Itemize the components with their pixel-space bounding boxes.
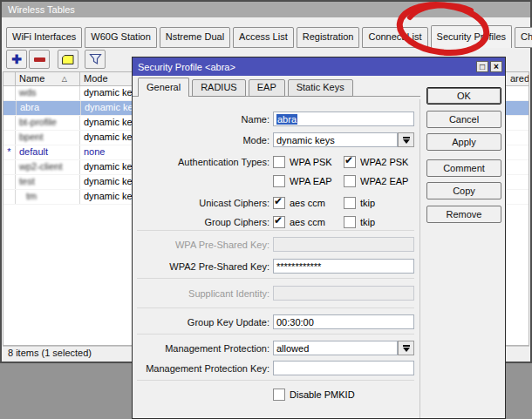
name-input[interactable]: abra [273,112,414,126]
unicast-ciphers-label: Unicast Ciphers: [140,198,273,208]
mode-dropdown-button[interactable] [398,132,414,147]
name-label: Name: [140,114,273,125]
auth-types-row-2: WPA EAP WPA2 EAP [140,172,414,189]
mode-select[interactable]: dynamic keys [273,132,398,147]
security-profile-dialog: Security Profile <abra> □ × General RADI… [132,57,506,419]
minus-icon [34,57,45,62]
tab-wifi-interfaces[interactable]: WiFi Interfaces [6,27,82,48]
management-protection-key-input[interactable] [273,361,414,375]
auth-types-row-1: Authentication Types: WPA PSK WPA2 PSK [140,153,414,170]
apply-button[interactable]: Apply [426,133,501,151]
supplicant-identity-row: Supplicant Identity: [140,285,414,301]
filter-button[interactable] [85,50,106,69]
wpa2-eap-checkbox[interactable] [344,175,356,187]
form-buttons-separator [419,99,420,418]
copy-button[interactable]: Copy [426,182,501,199]
dropdown-icon [403,345,410,347]
wpa-eap-checkbox[interactable] [273,175,285,187]
wpa-psk-checkbox[interactable] [273,156,285,168]
marker-column-header[interactable] [3,72,16,86]
management-protection-dropdown-button[interactable] [398,341,414,355]
dropdown-icon [403,137,410,139]
row-name: wp2-client [19,161,63,172]
sort-ascending-icon: △ [62,72,67,85]
group-aes-ccm-checkbox[interactable] [273,216,285,228]
unicast-aes-ccm-checkbox[interactable] [273,197,285,209]
tab-nstreme-dual[interactable]: Nstreme Dual [160,27,230,48]
management-protection-key-label: Management Protection Key: [140,363,273,374]
row-name: wds [19,87,37,98]
tab-channels[interactable]: Channels [515,27,532,48]
management-protection-key-row: Management Protection Key: [140,360,414,376]
unicast-ciphers-row: Unicast Ciphers: aes ccm tkip [140,194,414,211]
ok-button[interactable]: OK [426,87,501,105]
disable-pmkid-label: Disable PMKID [290,389,355,400]
management-protection-row: Management Protection: allowed [140,340,414,356]
remove-button[interactable] [29,50,50,69]
tab-w60g-station[interactable]: W60G Station [85,27,156,48]
unicast-tkip-checkbox[interactable] [344,197,356,209]
wpa2-preshared-key-input[interactable]: ************ [273,259,414,274]
group-key-update-row: Group Key Update: 00:30:00 [140,314,414,330]
mode-row: Mode: dynamic keys [140,132,414,148]
tab-static-keys[interactable]: Static Keys [288,79,353,97]
tab-registration[interactable]: Registration [297,27,360,48]
cancel-button[interactable]: Cancel [426,111,501,128]
tab-connect-list[interactable]: Connect List [362,27,427,48]
row-name: default [19,146,48,157]
wpa-preshared-key-label: WPA Pre-Shared Key: [140,240,273,250]
tab-general[interactable]: General [138,78,189,97]
dialog-comment-button[interactable]: Comment [426,159,501,177]
tab-radius[interactable]: RADIUS [192,79,246,97]
screen: Wireless Tables WiFi Interfaces W60G Sta… [0,0,532,419]
management-protection-select[interactable]: allowed [273,341,398,355]
wpa2-psk-checkbox[interactable] [344,156,356,168]
name-column-header[interactable]: Name △ [16,72,80,86]
row-name: abra [20,102,39,112]
maximize-icon[interactable]: □ [476,61,488,72]
row-name: tm [26,191,37,201]
disable-pmkid-row: Disable PMKID [140,386,414,402]
row-name: test [19,176,35,186]
filter-funnel-icon [89,53,102,65]
dialog-tab-bar: General RADIUS EAP Static Keys [138,78,353,97]
divider [137,380,414,381]
auth-types-label: Authentication Types: [140,157,273,167]
plus-icon: ✚ [11,53,22,65]
wpa-preshared-key-row: WPA Pre-Shared Key: [140,236,414,253]
wpa2-preshared-key-label: WPA2 Pre-Shared Key: [140,261,273,272]
wpa2-preshared-key-row: WPA2 Pre-Shared Key: ************ [140,258,414,274]
window-titlebar[interactable]: Wireless Tables [2,2,530,17]
management-protection-label: Management Protection: [140,343,273,354]
disable-pmkid-checkbox[interactable] [273,389,285,401]
remove-button-dialog[interactable]: Remove [426,206,501,223]
divider [137,230,414,231]
group-ciphers-row: Group Ciphers: aes ccm tkip [140,213,414,230]
tab-eap[interactable]: EAP [249,79,285,97]
mode-label: Mode: [140,135,273,145]
group-key-update-label: Group Key Update: [140,317,273,328]
group-ciphers-label: Group Ciphers: [140,217,273,227]
group-key-update-input[interactable]: 00:30:00 [273,314,414,329]
dialog-title: Security Profile <abra> [138,62,235,72]
group-tkip-checkbox[interactable] [344,216,356,228]
dialog-titlebar[interactable]: Security Profile <abra> □ × [133,57,505,76]
row-name: bt-profile [19,117,57,127]
row-name: bpent [19,132,44,142]
comment-note-icon [61,54,75,65]
window-title: Wireless Tables [8,4,75,15]
divider [137,307,414,308]
divider [137,334,414,335]
name-row: Name: abra [140,111,414,127]
comment-button[interactable] [58,50,78,69]
supplicant-identity-label: Supplicant Identity: [140,288,273,299]
tab-security-profiles[interactable]: Security Profiles [431,25,512,48]
tab-bar: WiFi Interfaces W60G Station Nstreme Dua… [6,25,530,48]
wpa-preshared-key-input [273,237,414,252]
add-button[interactable]: ✚ [6,50,27,69]
close-icon[interactable]: × [490,61,502,72]
supplicant-identity-input [273,286,414,301]
tab-access-list[interactable]: Access List [233,27,294,48]
divider [137,278,414,279]
